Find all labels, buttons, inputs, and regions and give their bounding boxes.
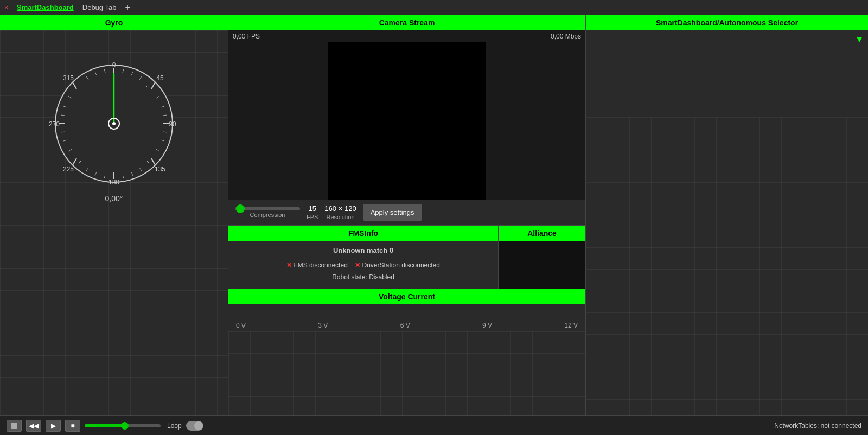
camera-header: Camera Stream (228, 15, 585, 30)
svg-text:180: 180 (108, 178, 119, 186)
chevron-down-icon[interactable]: ▼ (855, 35, 864, 44)
fms-body: Unknown match 0 ✕ FMS disconnected ✕ Dri… (228, 241, 498, 289)
playback-slider[interactable] (85, 424, 161, 427)
svg-text:225: 225 (63, 165, 74, 173)
svg-text:0: 0 (112, 61, 116, 69)
left-panel: Gyro (0, 15, 228, 435)
alliance-body (499, 241, 585, 289)
loop-label: Loop (167, 422, 182, 430)
stop-button[interactable]: ■ (65, 420, 80, 432)
ds-disconnected: DriverStation disconnected (362, 261, 440, 269)
camera-widget: Camera Stream 0,00 FPS 0,00 Mbps Compres… (228, 15, 585, 225)
close-button[interactable]: × (4, 4, 8, 11)
main-area: Gyro (0, 15, 868, 435)
svg-text:315: 315 (63, 74, 74, 82)
autonomous-body: ▼ (586, 30, 868, 117)
debug-tab[interactable]: Debug Tab (82, 3, 117, 11)
svg-point-47 (112, 122, 116, 125)
right-panel: SmartDashboard/Autonomous Selector ▼ (586, 15, 868, 435)
loop-toggle[interactable] (186, 421, 203, 431)
compression-label: Compression (250, 212, 285, 218)
compression-slider[interactable] (235, 207, 300, 210)
voltage-0v: 0 V (236, 322, 246, 329)
voltage-body: 0 V 3 V 6 V 9 V 12 V (228, 304, 585, 331)
fps-stat: 0,00 FPS (233, 33, 260, 40)
autonomous-widget: SmartDashboard/Autonomous Selector ▼ (586, 15, 868, 117)
add-tab-button[interactable]: + (125, 3, 130, 12)
mbps-stat: 0,00 Mbps (551, 33, 581, 40)
voltage-labels: 0 V 3 V 6 V 9 V 12 V (235, 322, 579, 329)
voltage-3v: 3 V (318, 322, 328, 329)
fps-unit-label: FPS (307, 214, 318, 220)
fms-header: FMSInfo (228, 226, 498, 241)
autonomous-header: SmartDashboard/Autonomous Selector (586, 15, 868, 30)
svg-text:45: 45 (156, 74, 164, 82)
slider-fill (85, 424, 123, 427)
right-grid (586, 117, 868, 435)
fms-status: ✕ FMS disconnected ✕ DriverStation disco… (234, 260, 493, 283)
gyro-header: Gyro (0, 15, 228, 30)
robot-state: Robot state: Disabled (332, 273, 394, 281)
camera-controls: Compression 15 FPS 160 × 120 Resolution … (228, 200, 585, 225)
play-button[interactable]: ▶ (46, 420, 61, 432)
fms-row: FMSInfo Unknown match 0 ✕ FMS disconnect… (228, 225, 585, 289)
resolution-label: Resolution (327, 214, 355, 220)
camera-stats: 0,00 FPS 0,00 Mbps (228, 30, 585, 42)
crosshair-vertical (407, 42, 407, 200)
camera-body: 0,00 FPS 0,00 Mbps (228, 30, 585, 200)
fms-widget: FMSInfo Unknown match 0 ✕ FMS disconnect… (228, 226, 499, 289)
svg-text:135: 135 (155, 165, 165, 173)
voltage-header: Voltage Current (228, 289, 585, 304)
alliance-header: Alliance (499, 226, 585, 241)
fps-control: 15 FPS (307, 204, 318, 220)
resolution-value: 160 × 120 (324, 204, 356, 213)
gyro-body: 0 45 90 135 180 225 270 315 (0, 30, 228, 225)
toggle-knob (194, 421, 203, 430)
fps-value: 15 (308, 204, 316, 213)
camera-view (328, 42, 486, 200)
gyro-widget: Gyro (0, 15, 228, 225)
left-grid-area (0, 225, 228, 435)
record-button[interactable] (7, 420, 22, 432)
resolution-control: 160 × 120 Resolution (324, 204, 356, 220)
voltage-9v: 9 V (482, 322, 492, 329)
prev-button[interactable]: ◀◀ (26, 420, 41, 432)
compression-slider-container: Compression (235, 207, 300, 218)
apply-settings-button[interactable]: Apply settings (363, 204, 422, 221)
fms-match: Unknown match 0 (234, 246, 493, 254)
record-icon (11, 423, 17, 429)
fms-disconnected: FMS disconnected (293, 261, 347, 269)
voltage-6v: 6 V (400, 322, 410, 329)
bottom-bar: ◀◀ ▶ ■ Loop NetworkTables: not connected (0, 415, 868, 435)
alliance-widget: Alliance (499, 226, 585, 289)
gyro-dial: 0 45 90 135 180 225 270 315 (49, 59, 179, 189)
voltage-widget: Voltage Current 0 V 3 V 6 V 9 V 12 V (228, 289, 585, 331)
network-status: NetworkTables: not connected (774, 422, 861, 430)
svg-text:270: 270 (49, 120, 60, 128)
svg-text:90: 90 (169, 120, 176, 128)
slider-thumb (121, 422, 129, 430)
titlebar: × SmartDashboard Debug Tab + (0, 0, 868, 15)
ds-error-icon: ✕ (355, 261, 360, 269)
middle-panel: Camera Stream 0,00 FPS 0,00 Mbps Compres… (228, 15, 586, 435)
fms-error-icon: ✕ (286, 261, 292, 269)
voltage-12v: 12 V (564, 322, 578, 329)
app-name: SmartDashboard (17, 3, 74, 11)
